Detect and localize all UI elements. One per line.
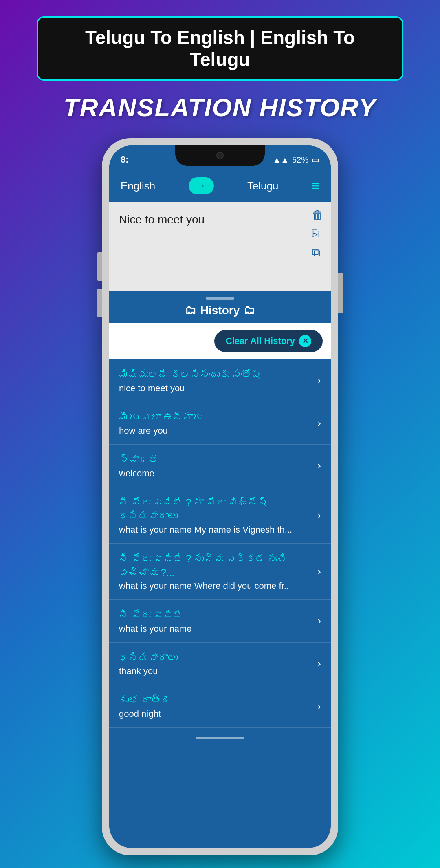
history-english-6: thank you (119, 666, 312, 676)
history-list: మిమ్ములని కలసినందుకు సంతోషం nice to meet… (109, 359, 331, 728)
clear-all-button[interactable]: Clear All History ✕ (214, 330, 323, 352)
clear-all-label: Clear All History (226, 336, 295, 346)
history-item-content-4: నీ పేరు ఏమిటి ? నువ్వు ఎక్కడ నుంచి వచ్చా… (119, 552, 312, 591)
phone-frame: 8: ▲▲ 52% ▭ English → Telugu ≡ Nice to m… (102, 138, 338, 855)
lang-from-label: English (121, 180, 155, 192)
history-telugu-4: నీ పేరు ఏమిటి ? నువ్వు ఎక్కడ నుంచి వచ్చా… (119, 552, 312, 579)
handle-bar (206, 297, 234, 300)
history-item-3[interactable]: నీ పేరు ఏమిటి ? నా పేరు విఘ్నేష్ ధన్యవాద… (109, 487, 331, 544)
camera-dot (216, 152, 224, 159)
chevron-icon-3: › (317, 509, 321, 522)
history-telugu-3: నీ పేరు ఏమిటి ? నా పేరు విఘ్నేష్ ధన్యవాద… (119, 496, 312, 523)
home-indicator (196, 737, 244, 739)
history-item-content-5: నీ పేరు ఏమిటి what is your name (119, 608, 312, 634)
chevron-icon-5: › (317, 615, 321, 627)
history-telugu-2: స్వాగతం (119, 453, 312, 467)
arrow-icon: → (197, 181, 206, 191)
lang-to-label: Telugu (247, 180, 279, 192)
notch (175, 145, 265, 166)
chevron-icon-7: › (317, 700, 321, 713)
power-button (338, 273, 343, 313)
history-item-2[interactable]: స్వాగతం welcome › (109, 445, 331, 487)
app-header: English → Telugu ≡ (109, 170, 331, 202)
history-telugu-0: మిమ్ములని కలసినందుకు సంతోషం (119, 368, 312, 381)
delete-icon[interactable]: 🗑 (312, 208, 323, 222)
top-banner: Telugu To English | English To Telugu (37, 16, 403, 81)
chevron-icon-6: › (317, 657, 321, 670)
history-english-2: welcome (119, 468, 312, 479)
history-english-1: how are you (119, 425, 312, 436)
share-icon[interactable]: ⧉ (312, 246, 323, 260)
history-item-4[interactable]: నీ పేరు ఏమిటి ? నువ్వు ఎక్కడ నుంచి వచ్చా… (109, 544, 331, 600)
chevron-icon-4: › (317, 565, 321, 578)
history-telugu-5: నీ పేరు ఏమిటి (119, 608, 312, 622)
page-title: TRANSLATION HISTORY (64, 93, 376, 122)
volume-up-button (97, 252, 102, 281)
chevron-icon-1: › (317, 417, 321, 430)
history-english-4: what is your name Where did you come fr.… (119, 581, 312, 591)
history-stack-icon-left: 🗂 (185, 304, 196, 317)
history-item-content-2: స్వాగతం welcome (119, 453, 312, 479)
input-area: Nice to meet you 🗑 ⎘ ⧉ (109, 202, 331, 291)
clear-all-row: Clear All History ✕ (109, 323, 331, 359)
history-item-5[interactable]: నీ పేరు ఏమిటి what is your name › (109, 600, 331, 643)
chevron-icon-0: › (317, 374, 321, 387)
history-label-text: History (200, 304, 240, 317)
history-item-content-3: నీ పేరు ఏమిటి ? నా పేరు విఘ్నేష్ ధన్యవాద… (119, 496, 312, 535)
lang-swap-button[interactable]: → (189, 177, 214, 194)
input-text[interactable]: Nice to meet you (119, 211, 321, 227)
sheet-handle-area: 🗂 History 🗂 (109, 291, 331, 323)
chevron-icon-2: › (317, 459, 321, 472)
history-english-0: nice to meet you (119, 383, 312, 394)
history-item-6[interactable]: ధన్యవాదాలు thank you › (109, 643, 331, 685)
history-item-content-6: ధన్యవాదాలు thank you (119, 651, 312, 677)
phone-screen: 8: ▲▲ 52% ▭ English → Telugu ≡ Nice to m… (109, 145, 331, 848)
battery-icon: ▭ (312, 155, 319, 165)
banner-text: Telugu To English | English To Telugu (62, 26, 378, 70)
history-item-1[interactable]: మీరు ఎలా ఉన్నారు how are you › (109, 402, 331, 445)
copy-icon[interactable]: ⎘ (312, 227, 323, 240)
menu-icon[interactable]: ≡ (312, 178, 319, 194)
history-item-0[interactable]: మిమ్ములని కలసినందుకు సంతోషం nice to meet… (109, 359, 331, 402)
history-english-5: what is your name (119, 623, 312, 634)
history-item-content-1: మీరు ఎలా ఉన్నారు how are you (119, 410, 312, 436)
battery-text: 52% (292, 155, 308, 165)
status-icons: ▲▲ 52% ▭ (273, 155, 319, 165)
clear-close-icon: ✕ (299, 335, 311, 347)
history-item-content-7: శుభ రాత్రి good night (119, 693, 312, 719)
history-item-7[interactable]: శుభ రాత్రి good night › (109, 685, 331, 728)
history-label: 🗂 History 🗂 (185, 304, 255, 317)
history-stack-icon-right: 🗂 (244, 304, 255, 317)
input-actions: 🗑 ⎘ ⧉ (312, 208, 323, 260)
history-telugu-1: మీరు ఎలా ఉన్నారు (119, 410, 312, 424)
signal-icon: ▲▲ (273, 155, 289, 165)
history-telugu-7: శుభ రాత్రి (119, 693, 312, 707)
status-time: 8: (121, 154, 129, 165)
history-item-content-0: మిమ్ములని కలసినందుకు సంతోషం nice to meet… (119, 368, 312, 394)
bottom-bar (109, 728, 331, 748)
history-english-3: what is your name My name is Vignesh th.… (119, 524, 312, 535)
volume-down-button (97, 289, 102, 317)
history-telugu-6: ధన్యవాదాలు (119, 651, 312, 665)
history-english-7: good night (119, 709, 312, 719)
